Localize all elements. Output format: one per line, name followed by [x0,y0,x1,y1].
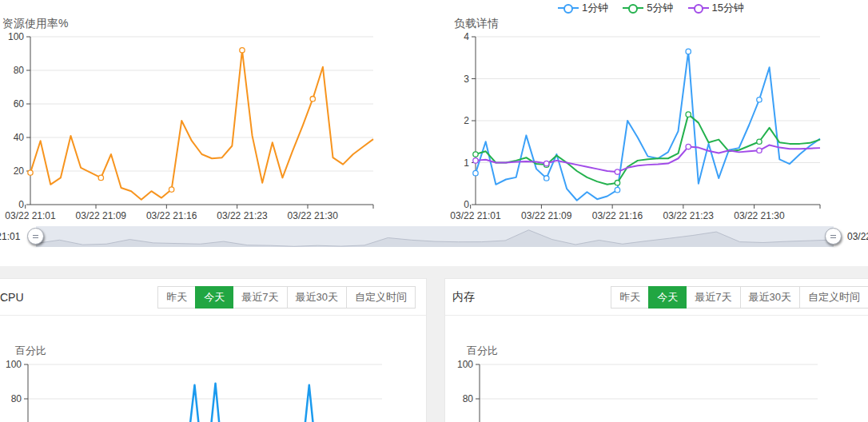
svg-text:0: 0 [18,199,24,210]
legend-line-icon [558,3,579,14]
cpu-range-button-today[interactable]: 今天 [195,286,233,309]
load-detail-chart[interactable]: 0123403/22 21:0103/22 21:0903/22 21:1603… [434,0,868,225]
slider-start-label: 03/22 21:01 [0,231,20,242]
svg-text:1: 1 [464,157,469,169]
svg-text:03/22 21:09: 03/22 21:09 [521,210,572,221]
slider-left-handle[interactable] [27,228,44,245]
memory-panel-title: 内存 [452,290,475,305]
svg-text:80: 80 [14,65,25,76]
memory-range-button-7days[interactable]: 最近7天 [686,286,740,309]
slider-data-shadow [36,226,834,247]
svg-text:03/22 21:30: 03/22 21:30 [288,210,339,221]
svg-text:4: 4 [464,31,469,42]
svg-text:03/22 21:01: 03/22 21:01 [5,210,56,221]
svg-text:100: 100 [457,359,473,370]
svg-text:03/22 21:16: 03/22 21:16 [592,210,643,221]
svg-text:03/22 21:23: 03/22 21:23 [663,210,715,221]
cpu-chart[interactable]: 80100 [0,334,427,422]
dashboard: 资源使用率% 02040608010003/22 21:0103/22 21:0… [0,0,868,422]
legend-label-5min: 5分钟 [647,1,673,15]
time-range-slider[interactable] [36,226,834,247]
cpu-range-button-custom[interactable]: 自定义时间 [346,286,416,309]
cpu-panel-title: CPU [0,291,24,304]
svg-text:40: 40 [14,132,25,143]
svg-text:3: 3 [464,74,469,85]
cpu-range-button-7days[interactable]: 最近7天 [233,286,287,309]
svg-text:100: 100 [6,359,22,370]
svg-text:60: 60 [14,98,25,109]
legend-label-1min: 1分钟 [582,1,608,15]
svg-text:0: 0 [464,199,469,210]
svg-text:80: 80 [463,393,474,404]
svg-text:100: 100 [8,31,24,42]
svg-text:03/22 21:09: 03/22 21:09 [76,210,127,221]
legend-line-icon [688,3,709,14]
slider-end-label: 03/22 21:35 [847,231,868,242]
legend-item-15min[interactable]: 15分钟 [688,1,744,15]
legend-item-5min[interactable]: 5分钟 [623,1,673,15]
load-legend: 1分钟 5分钟 15分钟 [434,1,868,15]
legend-line-icon [623,3,643,14]
memory-chart[interactable]: 80100 [444,334,868,422]
legend-item-1min[interactable]: 1分钟 [558,1,608,15]
svg-text:03/22 21:23: 03/22 21:23 [217,210,268,221]
cpu-range-button-30days[interactable]: 最近30天 [287,286,347,309]
legend-label-15min: 15分钟 [712,1,744,15]
svg-text:20: 20 [14,165,25,177]
svg-text:80: 80 [11,393,22,404]
memory-panel-header: 内存 昨天 今天 最近7天 最近30天 自定义时间 [445,279,868,316]
slider-right-handle[interactable] [825,228,842,245]
svg-text:2: 2 [464,115,469,126]
memory-range-button-custom[interactable]: 自定义时间 [799,286,868,309]
svg-text:03/22 21:01: 03/22 21:01 [450,210,501,221]
cpu-range-buttons: 昨天 今天 最近7天 最近30天 自定义时间 [157,286,416,309]
svg-text:03/22 21:30: 03/22 21:30 [734,210,785,221]
cpu-range-button-yesterday[interactable]: 昨天 [157,286,196,309]
memory-range-button-yesterday[interactable]: 昨天 [611,286,649,309]
memory-range-button-today[interactable]: 今天 [648,286,687,309]
resource-usage-chart[interactable]: 02040608010003/22 21:0103/22 21:0903/22 … [0,0,434,225]
memory-range-button-30days[interactable]: 最近30天 [740,286,800,309]
memory-range-buttons: 昨天 今天 最近7天 最近30天 自定义时间 [611,286,868,309]
svg-text:03/22 21:16: 03/22 21:16 [146,210,197,221]
cpu-panel-header: CPU 昨天 今天 最近7天 最近30天 自定义时间 [0,279,426,316]
